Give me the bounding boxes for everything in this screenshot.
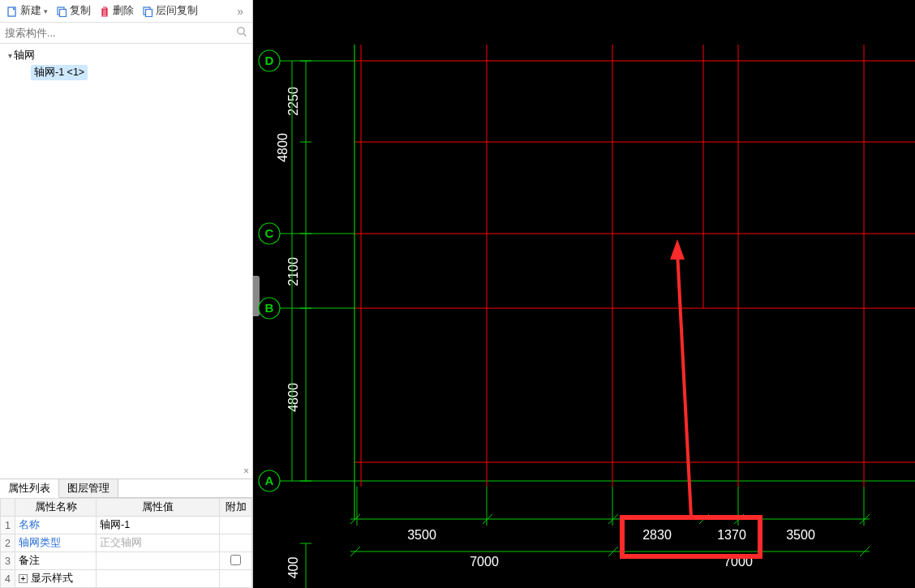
new-button[interactable]: 新建 ▾ bbox=[5, 3, 49, 19]
copy-icon bbox=[56, 6, 67, 17]
copy-label: 复制 bbox=[70, 4, 91, 18]
col-extra: 附加 bbox=[220, 499, 252, 517]
prop-extra bbox=[220, 534, 252, 552]
dim-2830: 2830 bbox=[642, 528, 672, 542]
svg-rect-4 bbox=[146, 9, 152, 16]
dim-4800-upper: 4800 bbox=[276, 133, 290, 162]
grid-svg: D C B A 2250 4800 2100 4800 bbox=[253, 0, 915, 588]
table-row[interactable]: 4 +显示样式 bbox=[1, 570, 252, 588]
col-name: 属性名称 bbox=[15, 499, 97, 517]
layercopy-button[interactable]: 层间复制 bbox=[140, 3, 200, 19]
prop-value[interactable] bbox=[97, 570, 220, 588]
svg-point-5 bbox=[238, 28, 244, 34]
annotation-arrow bbox=[677, 251, 691, 517]
dropdown-caret-icon: ▾ bbox=[44, 7, 48, 15]
close-icon[interactable]: × bbox=[243, 466, 249, 477]
dim-400: 400 bbox=[286, 557, 300, 579]
tree-root-axisgrid[interactable]: ▾ 轴网 bbox=[0, 47, 252, 64]
prop-extra bbox=[220, 570, 252, 588]
svg-text:C: C bbox=[265, 226, 274, 240]
rownum: 2 bbox=[1, 534, 15, 552]
component-tree: ▾ 轴网 轴网-1 <1> bbox=[0, 44, 252, 479]
expand-icon[interactable]: + bbox=[19, 574, 28, 583]
svg-text:D: D bbox=[265, 54, 274, 67]
table-row[interactable]: 1 名称 轴网-1 bbox=[1, 517, 252, 534]
dim-2100: 2100 bbox=[286, 257, 300, 286]
tab-layer[interactable]: 图层管理 bbox=[59, 479, 118, 497]
trash-icon bbox=[99, 6, 110, 17]
table-header-row: 属性名称 属性值 附加 bbox=[1, 499, 252, 517]
search-icon[interactable] bbox=[236, 26, 247, 40]
svg-text:B: B bbox=[265, 301, 274, 315]
prop-extra-checkbox[interactable] bbox=[220, 552, 252, 570]
tab-properties[interactable]: 属性列表 bbox=[0, 479, 59, 498]
svg-text:A: A bbox=[265, 474, 274, 487]
search-row bbox=[0, 23, 252, 44]
delete-label: 删除 bbox=[113, 4, 134, 18]
rownum: 4 bbox=[1, 570, 15, 588]
caret-down-icon: ▾ bbox=[8, 51, 12, 60]
prop-extra bbox=[220, 517, 252, 534]
dim-2250: 2250 bbox=[286, 87, 300, 116]
dim-1370: 1370 bbox=[717, 528, 746, 542]
tree-item-axisgrid-1[interactable]: 轴网-1 <1> bbox=[0, 64, 252, 81]
annotation-arrow-head bbox=[670, 239, 685, 260]
new-icon bbox=[6, 6, 18, 17]
prop-name-link[interactable]: 名称 bbox=[19, 519, 40, 530]
col-value: 属性值 bbox=[97, 499, 220, 517]
new-label: 新建 bbox=[20, 4, 41, 18]
layercopy-label: 层间复制 bbox=[156, 4, 198, 18]
property-table: 属性名称 属性值 附加 1 名称 轴网-1 2 轴网类型 正交轴网 3 备注 4… bbox=[0, 498, 252, 588]
search-input[interactable] bbox=[5, 28, 236, 39]
prop-name: +显示样式 bbox=[15, 570, 97, 588]
tree-root-label: 轴网 bbox=[14, 49, 35, 62]
svg-line-6 bbox=[243, 33, 246, 36]
dim-7000-a: 7000 bbox=[470, 555, 499, 569]
copy-button[interactable]: 复制 bbox=[54, 3, 92, 19]
delete-button[interactable]: 删除 bbox=[97, 3, 135, 19]
prop-value[interactable] bbox=[97, 552, 220, 570]
prop-name: 备注 bbox=[15, 552, 97, 570]
toolbar: 新建 ▾ 复制 删除 层间复制 » bbox=[0, 0, 252, 23]
prop-value[interactable]: 轴网-1 bbox=[97, 517, 220, 534]
table-row[interactable]: 2 轴网类型 正交轴网 bbox=[1, 534, 252, 552]
property-tabs: 属性列表 图层管理 bbox=[0, 479, 252, 498]
drawing-canvas[interactable]: D C B A 2250 4800 2100 4800 bbox=[253, 0, 915, 588]
svg-rect-2 bbox=[60, 9, 67, 16]
tree-item-label: 轴网-1 <1> bbox=[31, 65, 88, 80]
prop-value: 正交轴网 bbox=[97, 534, 220, 552]
rownum: 1 bbox=[1, 517, 15, 534]
dim-4800-lower: 4800 bbox=[286, 383, 300, 412]
left-panel: 新建 ▾ 复制 删除 层间复制 » ▾ 轴网 轴网-1 <1> bbox=[0, 0, 253, 588]
rownum: 3 bbox=[1, 552, 15, 570]
layercopy-icon bbox=[142, 6, 153, 17]
col-rownum bbox=[1, 499, 15, 517]
dim-3500-b: 3500 bbox=[786, 528, 815, 542]
table-row[interactable]: 3 备注 bbox=[1, 552, 252, 570]
dim-3500-a: 3500 bbox=[407, 528, 436, 542]
prop-name-link[interactable]: 轴网类型 bbox=[19, 537, 61, 548]
toolbar-overflow[interactable]: » bbox=[237, 5, 247, 18]
